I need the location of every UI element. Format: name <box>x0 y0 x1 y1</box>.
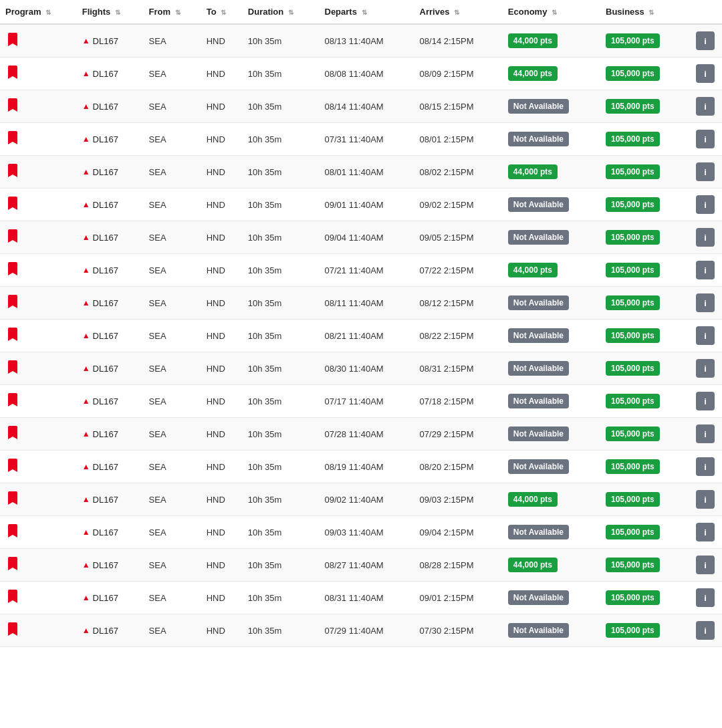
info-cell[interactable]: i <box>689 516 722 549</box>
economy-cell[interactable]: Not Available <box>503 614 600 647</box>
business-cell[interactable]: 105,000 pts <box>600 287 689 320</box>
info-cell[interactable]: i <box>689 24 722 57</box>
business-badge[interactable]: 105,000 pts <box>606 230 660 245</box>
business-badge[interactable]: 105,000 pts <box>606 197 660 212</box>
economy-badge[interactable]: Not Available <box>508 295 569 310</box>
info-button[interactable]: i <box>696 359 715 378</box>
info-button[interactable]: i <box>696 97 715 116</box>
business-badge[interactable]: 105,000 pts <box>606 66 660 81</box>
economy-badge[interactable]: Not Available <box>508 394 569 408</box>
info-cell[interactable]: i <box>689 254 722 287</box>
business-badge[interactable]: 105,000 pts <box>606 164 660 179</box>
col-program[interactable]: Program ⇅ <box>0 0 77 24</box>
economy-cell[interactable]: 44,000 pts <box>503 57 600 90</box>
info-button[interactable]: i <box>696 490 715 509</box>
col-to[interactable]: To ⇅ <box>201 0 243 24</box>
business-cell[interactable]: 105,000 pts <box>600 614 689 647</box>
info-button[interactable]: i <box>696 556 715 574</box>
economy-badge[interactable]: 44,000 pts <box>508 492 558 507</box>
info-cell[interactable]: i <box>689 385 722 418</box>
col-from[interactable]: From ⇅ <box>144 0 201 24</box>
info-button[interactable]: i <box>696 130 715 148</box>
info-cell[interactable]: i <box>689 287 722 320</box>
business-cell[interactable]: 105,000 pts <box>600 156 689 189</box>
col-economy[interactable]: Economy ⇅ <box>503 0 600 24</box>
business-cell[interactable]: 105,000 pts <box>600 451 689 483</box>
info-cell[interactable]: i <box>689 549 722 582</box>
economy-cell[interactable]: 44,000 pts <box>503 24 600 57</box>
info-button[interactable]: i <box>696 588 715 607</box>
info-button[interactable]: i <box>696 64 715 83</box>
economy-badge[interactable]: Not Available <box>508 99 569 114</box>
col-arrives[interactable]: Arrives ⇅ <box>414 0 503 24</box>
economy-badge[interactable]: Not Available <box>508 525 569 539</box>
economy-cell[interactable]: Not Available <box>503 90 600 123</box>
info-button[interactable]: i <box>696 326 715 345</box>
economy-badge[interactable]: Not Available <box>508 459 569 474</box>
economy-badge[interactable]: Not Available <box>508 361 569 376</box>
business-cell[interactable]: 105,000 pts <box>600 418 689 451</box>
business-cell[interactable]: 105,000 pts <box>600 221 689 254</box>
business-cell[interactable]: 105,000 pts <box>600 189 689 221</box>
info-cell[interactable]: i <box>689 451 722 483</box>
info-cell[interactable]: i <box>689 320 722 352</box>
economy-badge[interactable]: Not Available <box>508 427 569 441</box>
business-cell[interactable]: 105,000 pts <box>600 90 689 123</box>
business-cell[interactable]: 105,000 pts <box>600 123 689 156</box>
economy-badge[interactable]: 44,000 pts <box>508 66 558 81</box>
economy-cell[interactable]: Not Available <box>503 123 600 156</box>
info-button[interactable]: i <box>696 293 715 312</box>
business-badge[interactable]: 105,000 pts <box>606 590 660 605</box>
business-badge[interactable]: 105,000 pts <box>606 263 660 277</box>
economy-badge[interactable]: 44,000 pts <box>508 558 558 572</box>
info-cell[interactable]: i <box>689 156 722 189</box>
business-badge[interactable]: 105,000 pts <box>606 295 660 310</box>
info-button[interactable]: i <box>696 162 715 181</box>
info-button[interactable]: i <box>696 424 715 443</box>
business-badge[interactable]: 105,000 pts <box>606 33 660 48</box>
business-cell[interactable]: 105,000 pts <box>600 516 689 549</box>
business-cell[interactable]: 105,000 pts <box>600 549 689 582</box>
economy-cell[interactable]: 44,000 pts <box>503 254 600 287</box>
business-cell[interactable]: 105,000 pts <box>600 385 689 418</box>
info-button[interactable]: i <box>696 195 715 214</box>
col-departs[interactable]: Departs ⇅ <box>320 0 414 24</box>
business-badge[interactable]: 105,000 pts <box>606 459 660 474</box>
info-button[interactable]: i <box>696 457 715 476</box>
economy-badge[interactable]: Not Available <box>508 197 569 212</box>
economy-cell[interactable]: Not Available <box>503 418 600 451</box>
business-cell[interactable]: 105,000 pts <box>600 582 689 614</box>
business-cell[interactable]: 105,000 pts <box>600 483 689 516</box>
economy-cell[interactable]: Not Available <box>503 189 600 221</box>
economy-badge[interactable]: Not Available <box>508 230 569 245</box>
info-cell[interactable]: i <box>689 221 722 254</box>
economy-cell[interactable]: 44,000 pts <box>503 549 600 582</box>
economy-cell[interactable]: Not Available <box>503 221 600 254</box>
economy-cell[interactable]: Not Available <box>503 451 600 483</box>
info-cell[interactable]: i <box>689 614 722 647</box>
info-cell[interactable]: i <box>689 90 722 123</box>
col-business[interactable]: Business ⇅ <box>600 0 689 24</box>
business-badge[interactable]: 105,000 pts <box>606 427 660 441</box>
economy-badge[interactable]: 44,000 pts <box>508 263 558 277</box>
info-cell[interactable]: i <box>689 123 722 156</box>
economy-badge[interactable]: 44,000 pts <box>508 164 558 179</box>
economy-cell[interactable]: Not Available <box>503 385 600 418</box>
info-button[interactable]: i <box>696 523 715 541</box>
business-badge[interactable]: 105,000 pts <box>606 99 660 114</box>
business-badge[interactable]: 105,000 pts <box>606 492 660 507</box>
business-badge[interactable]: 105,000 pts <box>606 558 660 572</box>
business-badge[interactable]: 105,000 pts <box>606 328 660 343</box>
business-cell[interactable]: 105,000 pts <box>600 352 689 385</box>
economy-badge[interactable]: Not Available <box>508 132 569 146</box>
info-cell[interactable]: i <box>689 483 722 516</box>
col-duration[interactable]: Duration ⇅ <box>243 0 320 24</box>
col-flights[interactable]: Flights ⇅ <box>77 0 144 24</box>
business-cell[interactable]: 105,000 pts <box>600 57 689 90</box>
economy-badge[interactable]: Not Available <box>508 623 569 638</box>
economy-cell[interactable]: Not Available <box>503 516 600 549</box>
info-button[interactable]: i <box>696 621 715 640</box>
business-badge[interactable]: 105,000 pts <box>606 361 660 376</box>
economy-cell[interactable]: Not Available <box>503 287 600 320</box>
business-cell[interactable]: 105,000 pts <box>600 320 689 352</box>
